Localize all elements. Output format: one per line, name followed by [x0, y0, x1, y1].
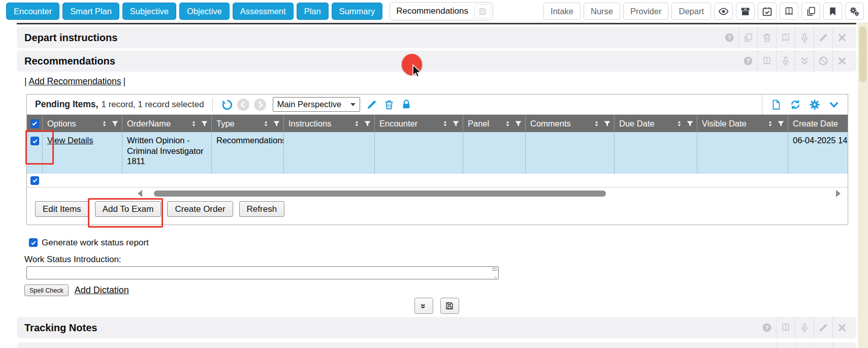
book-button[interactable]	[780, 3, 798, 20]
book-button[interactable]	[776, 342, 795, 348]
copy-button[interactable]	[801, 3, 820, 20]
gears-button[interactable]	[845, 3, 864, 20]
page-scrollbar-thumb[interactable]	[859, 26, 866, 82]
close-button[interactable]	[832, 50, 851, 72]
close-button[interactable]	[832, 342, 851, 348]
previous-icon[interactable]	[237, 98, 250, 111]
add-dictation-link[interactable]: Add Dictation	[75, 285, 129, 296]
chevron-down-icon[interactable]	[828, 99, 840, 110]
generate-report-checkbox[interactable]	[29, 238, 38, 247]
undo-icon[interactable]	[221, 99, 233, 111]
tab-plan[interactable]: Plan	[297, 3, 329, 20]
settings-gear-icon[interactable]	[809, 99, 820, 110]
tab-recommendations-active[interactable]: Recommendations	[390, 2, 493, 20]
tab-objective[interactable]: Objective	[179, 3, 230, 20]
close-button[interactable]	[832, 317, 851, 338]
column-header-create-date[interactable]: Create Date	[788, 115, 848, 132]
eye-button[interactable]	[714, 3, 733, 20]
tab-assessment[interactable]: Assessment	[233, 3, 294, 20]
copy-button[interactable]	[738, 27, 757, 48]
select-all-checkbox[interactable]	[30, 119, 39, 128]
create-order-button[interactable]: Create Order	[167, 201, 233, 217]
delete-perspective-icon[interactable]	[383, 99, 395, 110]
lock-icon[interactable]	[401, 99, 412, 110]
tab-smart-plan[interactable]: Smart Plan	[62, 3, 119, 20]
filter-icon[interactable]	[364, 120, 371, 128]
next-icon[interactable]	[253, 98, 267, 111]
column-header-visible-date[interactable]: Visible Date	[697, 115, 788, 132]
help-button[interactable]: ?	[720, 27, 738, 48]
column-header-encounter[interactable]: Encounter	[375, 115, 463, 132]
microphone-button[interactable]	[795, 27, 814, 48]
stage-intake-button[interactable]: Intake	[543, 3, 581, 20]
perspective-select[interactable]: Main Perspective	[273, 97, 360, 112]
new-document-icon[interactable]	[770, 99, 782, 110]
trash-button[interactable]	[757, 27, 776, 48]
book-button[interactable]	[776, 317, 795, 338]
filter-icon[interactable]	[201, 120, 208, 128]
column-header-comments[interactable]: Comments	[526, 115, 615, 132]
sort-icon[interactable]	[676, 120, 683, 128]
tab-summary[interactable]: Summary	[332, 3, 383, 20]
help-button[interactable]: ?	[757, 317, 776, 338]
save-section-button[interactable]	[440, 298, 459, 314]
page-scrollbar[interactable]	[858, 22, 868, 348]
filter-icon[interactable]	[273, 120, 280, 128]
table-row[interactable]: View Details Written Opinion - Criminal …	[27, 132, 848, 174]
pencil-button[interactable]	[814, 27, 832, 48]
tab-encounter[interactable]: Encounter	[6, 3, 59, 20]
column-header-panel[interactable]: Panel	[463, 115, 526, 132]
filter-icon[interactable]	[452, 120, 460, 128]
microphone-button[interactable]	[776, 50, 795, 72]
sort-icon[interactable]	[442, 120, 448, 128]
stage-provider-button[interactable]: Provider	[623, 3, 668, 20]
close-button[interactable]	[832, 27, 851, 48]
filter-icon[interactable]	[686, 120, 694, 128]
pencil-button[interactable]	[814, 342, 832, 348]
scroll-left-arrow-icon[interactable]	[138, 190, 142, 197]
column-header-options[interactable]: Options	[43, 115, 122, 132]
footer-checkbox[interactable]	[30, 176, 39, 185]
help-button[interactable]: ?	[757, 342, 776, 348]
resize-grip-icon[interactable]	[491, 273, 497, 279]
tab-subjective[interactable]: Subjective	[122, 3, 176, 20]
add-recommendations-link[interactable]: Add Recommendations	[29, 76, 121, 87]
microphone-button[interactable]	[795, 317, 814, 338]
sort-icon[interactable]	[101, 120, 108, 128]
sort-icon[interactable]	[593, 120, 600, 128]
view-details-link[interactable]: View Details	[47, 136, 93, 145]
column-header-type[interactable]: Type	[212, 115, 284, 132]
column-header-due-date[interactable]: Due Date	[615, 115, 697, 132]
refresh-button[interactable]: Refresh	[239, 201, 285, 217]
edit-items-button[interactable]: Edit Items	[35, 201, 89, 217]
spell-check-button[interactable]: Spell Check	[24, 284, 69, 296]
book-button[interactable]	[757, 50, 776, 72]
save-tab-button[interactable]	[474, 4, 491, 18]
calendar-check-button[interactable]	[758, 3, 777, 20]
stage-depart-button[interactable]: Depart	[671, 3, 711, 20]
sort-icon[interactable]	[263, 120, 269, 128]
sort-icon[interactable]	[504, 120, 511, 128]
sort-icon[interactable]	[353, 120, 360, 128]
column-header-ordername[interactable]: OrderName	[122, 115, 212, 132]
scroll-right-arrow-icon[interactable]	[836, 190, 841, 197]
filter-icon[interactable]	[777, 120, 785, 128]
edit-perspective-icon[interactable]	[366, 99, 377, 110]
add-to-exam-button[interactable]: Add To Exam	[95, 201, 162, 217]
disable-button[interactable]	[814, 50, 832, 72]
expand-section-button[interactable]: »	[414, 298, 433, 314]
refresh-icon[interactable]	[790, 99, 801, 110]
horizontal-scrollbar-thumb[interactable]	[154, 191, 606, 197]
filter-icon[interactable]	[515, 120, 522, 128]
column-header-instructions[interactable]: Instructions	[284, 115, 375, 132]
horizontal-scrollbar[interactable]	[27, 190, 848, 197]
archive-box-button[interactable]	[736, 3, 755, 20]
help-button[interactable]: ?	[738, 50, 757, 72]
microphone-button[interactable]	[795, 342, 814, 348]
bookmark-button[interactable]	[823, 3, 842, 20]
pencil-button[interactable]	[814, 317, 832, 338]
stage-nurse-button[interactable]: Nurse	[584, 3, 620, 20]
row-checkbox[interactable]	[30, 137, 39, 145]
book-button[interactable]	[776, 27, 795, 48]
filter-icon[interactable]	[603, 120, 611, 128]
